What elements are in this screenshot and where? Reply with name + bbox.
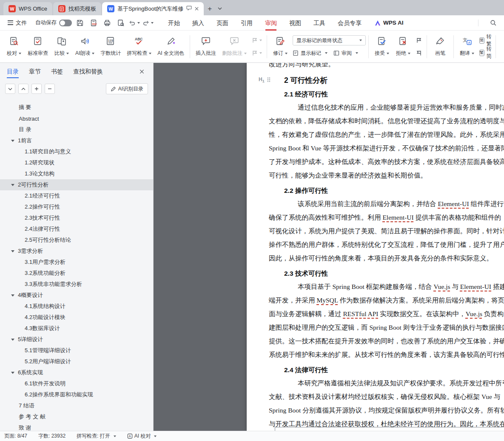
tab-docer-templates[interactable]: 找稻壳模板 bbox=[53, 2, 101, 15]
word-count-indicator[interactable]: 字数: 23932 bbox=[38, 433, 65, 440]
restrict-editing-button[interactable]: 限 bbox=[498, 33, 504, 60]
markup-state-select[interactable]: 显示标记的最终状态 bbox=[293, 35, 366, 45]
sidebar-tab-bookmarks[interactable]: 书签 bbox=[51, 63, 63, 80]
undo-button[interactable] bbox=[129, 17, 140, 28]
collapse-all-button[interactable] bbox=[45, 84, 55, 94]
document-page[interactable]: 改进方向与研究展望。H12 可行性分析2.1 经济可行性通过信息化技术的应用，企… bbox=[247, 63, 504, 431]
menu-tab[interactable]: 会员专享 bbox=[338, 15, 362, 31]
collapse-arrow-icon[interactable] bbox=[11, 140, 14, 142]
toc-item[interactable]: 5.2用户端详细设计 bbox=[0, 356, 153, 367]
toc-item[interactable]: 2.2操作可行性 bbox=[0, 201, 153, 212]
document-canvas[interactable]: 改进方向与研究展望。H12 可行性分析2.1 经济可行性通过信息化技术的应用，企… bbox=[154, 63, 504, 431]
ai-polish-button[interactable]: AI 全文润色 bbox=[154, 33, 187, 60]
toc-item[interactable]: 5.1管理端详细设计 bbox=[0, 345, 153, 356]
proofread-button[interactable]: 校对 bbox=[3, 33, 25, 60]
menu-tab[interactable]: 引用 bbox=[241, 15, 253, 31]
delete-comment-button[interactable]: 删除批注 bbox=[219, 33, 250, 60]
toc-item[interactable]: 7 结语 bbox=[0, 400, 153, 411]
tab-wps-office[interactable]: W WPS Office bbox=[3, 2, 52, 15]
toc-item[interactable]: 摘 要 bbox=[0, 102, 153, 113]
ai-read-aloud-button[interactable]: AI朗读 bbox=[72, 33, 97, 60]
track-changes-button[interactable]: 修订 bbox=[270, 33, 291, 60]
tab-document-active[interactable]: W 基于SpringBoot的汽车维修 bbox=[102, 2, 204, 15]
toc-item[interactable]: 1前言 bbox=[0, 135, 153, 146]
print-button[interactable] bbox=[102, 17, 113, 28]
print-preview-button[interactable] bbox=[115, 17, 126, 28]
expand-all-button[interactable] bbox=[31, 84, 42, 94]
toc-item[interactable]: 2.5可行性分析结论 bbox=[0, 235, 153, 246]
translate-button[interactable]: 文A 翻译 bbox=[456, 33, 478, 60]
tab-close-icon[interactable] bbox=[195, 6, 199, 12]
toc-item[interactable]: 4.2功能设计模块 bbox=[0, 312, 153, 323]
review-pane-button[interactable]: 审阅 bbox=[333, 48, 358, 58]
menu-tab[interactable]: 审阅 bbox=[265, 15, 277, 31]
sidebar-tab-contents[interactable]: 目录 bbox=[7, 63, 19, 80]
sidebar-tab-chapters[interactable]: 章节 bbox=[29, 63, 41, 80]
collapse-arrow-icon[interactable] bbox=[11, 184, 14, 186]
new-tab-button[interactable]: + bbox=[205, 3, 215, 14]
standard-review-button[interactable]: 标准审查 bbox=[25, 33, 51, 60]
undo-dropdown-icon[interactable] bbox=[137, 22, 140, 24]
toc-item[interactable]: 致 谢 bbox=[0, 422, 153, 431]
next-comment-button[interactable] bbox=[251, 48, 263, 58]
collapse-up-button[interactable] bbox=[18, 84, 28, 94]
heading-anchor[interactable]: H1 bbox=[259, 76, 271, 83]
toc-item[interactable]: 3.1用户需求分析 bbox=[0, 257, 153, 268]
sidebar-close-icon[interactable] bbox=[137, 67, 146, 76]
toc-item[interactable]: 参 考 文 献 bbox=[0, 411, 153, 422]
page-indicator[interactable]: 页面: 8/47 bbox=[4, 433, 27, 440]
traditional-to-simplified-button[interactable]: 繁 转简 bbox=[479, 48, 493, 57]
toc-item[interactable]: 4.1系统结构设计 bbox=[0, 301, 153, 312]
sidebar-tab-find-replace[interactable]: 查找和替换 bbox=[73, 63, 103, 80]
menu-tab[interactable]: 视图 bbox=[289, 15, 301, 31]
drag-handle-icon[interactable] bbox=[268, 77, 271, 82]
accept-revision-button[interactable]: 接受 bbox=[371, 33, 393, 60]
tab-list-dropdown-icon[interactable] bbox=[215, 3, 225, 14]
toc-item[interactable]: 6.2操作系统界面和功能实现 bbox=[0, 389, 153, 400]
previous-revision-button[interactable] bbox=[415, 36, 423, 45]
collapse-arrow-icon[interactable] bbox=[11, 250, 14, 252]
spell-check-button[interactable]: ABC 拼写检查 bbox=[124, 33, 154, 60]
search-button[interactable] bbox=[488, 17, 499, 28]
autosave-control[interactable]: 自动保存 bbox=[35, 19, 72, 26]
toc-item[interactable]: 2可行性分析 bbox=[0, 179, 153, 190]
toc-item[interactable]: 目 录 bbox=[0, 124, 153, 135]
simplified-to-traditional-button[interactable]: 简 转繁 bbox=[479, 36, 493, 45]
toc-item[interactable]: 1.3论文结构 bbox=[0, 168, 153, 179]
collapse-arrow-icon[interactable] bbox=[11, 372, 14, 374]
reject-revision-button[interactable]: 拒绝 bbox=[393, 33, 414, 60]
menu-tab[interactable]: 页面 bbox=[216, 15, 228, 31]
toc-item[interactable]: 3.3系统非功能需求分析 bbox=[0, 279, 153, 290]
menu-tab[interactable]: 工具 bbox=[313, 15, 325, 31]
toc-item[interactable]: 6.1软件开发说明 bbox=[0, 378, 153, 389]
spellcheck-status[interactable]: 拼写检查: 打开 bbox=[77, 433, 116, 440]
toc-item[interactable]: 6系统实现 bbox=[0, 367, 153, 378]
save-button[interactable] bbox=[74, 17, 85, 28]
toc-item[interactable]: 4概要设计 bbox=[0, 290, 153, 301]
export-pdf-button[interactable]: PDF bbox=[88, 17, 99, 28]
file-menu-button[interactable]: 文件 bbox=[5, 19, 29, 27]
autosave-toggle[interactable] bbox=[59, 20, 72, 26]
toc-item[interactable]: 2.1经济可行性 bbox=[0, 190, 153, 201]
collapse-arrow-icon[interactable] bbox=[11, 339, 14, 341]
toc-item[interactable]: 1.2研究现状 bbox=[0, 157, 153, 168]
ai-proofread-status[interactable]: A AI 校对 bbox=[127, 433, 157, 440]
insert-comment-button[interactable]: 插入批注 bbox=[193, 33, 219, 60]
redo-button[interactable] bbox=[142, 17, 154, 28]
menu-tab[interactable]: 插入 bbox=[192, 15, 204, 31]
menu-tab[interactable]: 开始 bbox=[168, 15, 180, 31]
redo-dropdown-icon[interactable] bbox=[151, 22, 154, 24]
show-markup-button[interactable]: 显示标记 bbox=[293, 48, 327, 58]
wps-ai-button[interactable]: WPS AI bbox=[374, 20, 404, 26]
previous-comment-button[interactable] bbox=[251, 36, 263, 45]
word-count-button[interactable]: 123 字数统计 bbox=[97, 33, 124, 60]
toc-item[interactable]: Abstract bbox=[0, 113, 153, 124]
toc-item[interactable]: 1.1研究目的与意义 bbox=[0, 146, 153, 157]
toc-item[interactable]: 2.3技术可行性 bbox=[0, 212, 153, 223]
toc-item[interactable]: 2.4法律可行性 bbox=[0, 223, 153, 235]
toc-item[interactable]: 4.3数据库设计 bbox=[0, 323, 153, 334]
toc-item[interactable]: 5详细设计 bbox=[0, 334, 153, 345]
ai-recognize-toc-button[interactable]: AI识别目录 bbox=[106, 83, 148, 94]
tab-comment-icon[interactable] bbox=[186, 6, 192, 12]
ink-brush-button[interactable]: 画笔 bbox=[430, 33, 451, 60]
